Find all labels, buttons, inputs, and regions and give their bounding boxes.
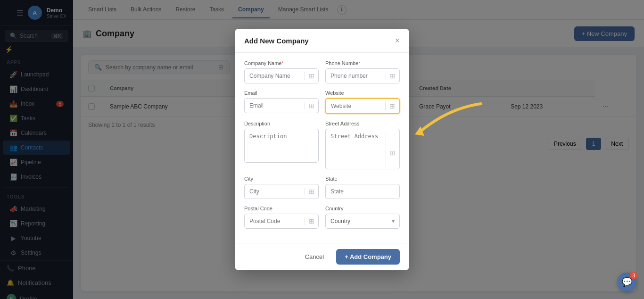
form-row-4: City ⊞ State <box>244 176 400 199</box>
phone-expand-icon[interactable]: ⊞ <box>386 72 399 80</box>
form-group-phone: Phone Number ⊞ <box>325 60 400 83</box>
email-input[interactable] <box>245 99 305 113</box>
state-label: State <box>325 176 400 182</box>
add-company-modal: Add New Company × Company Name* ⊞ Phone … <box>235 29 409 270</box>
city-input-wrap: ⊞ <box>244 184 319 199</box>
description-textarea[interactable] <box>245 129 318 162</box>
phone-label: Phone Number <box>325 60 400 66</box>
email-input-wrap: ⊞ <box>244 98 319 113</box>
country-select-wrap: Country United States Canada United King… <box>325 214 400 229</box>
modal-body: Company Name* ⊞ Phone Number ⊞ <box>235 53 409 243</box>
form-group-city: City ⊞ <box>244 176 319 199</box>
arrow-annotation <box>410 99 486 143</box>
country-label: Country <box>325 206 400 211</box>
company-name-input-wrap: ⊞ <box>244 68 319 83</box>
modal-close-button[interactable]: × <box>395 36 400 45</box>
postal-input[interactable] <box>245 214 305 228</box>
form-row-1: Company Name* ⊞ Phone Number ⊞ <box>244 60 400 83</box>
company-name-expand-icon[interactable]: ⊞ <box>305 72 318 80</box>
form-group-email: Email ⊞ <box>244 90 319 114</box>
street-input-wrap: ⊞ <box>325 129 400 169</box>
street-expand-icon[interactable]: ⊞ <box>386 133 399 169</box>
website-label: Website <box>325 90 400 96</box>
description-input-wrap <box>244 129 319 163</box>
city-expand-icon[interactable]: ⊞ <box>305 188 318 195</box>
postal-label: Postal Code <box>244 206 319 211</box>
state-input-wrap <box>325 184 400 199</box>
company-name-input[interactable] <box>245 69 305 83</box>
form-row-2: Email ⊞ Website ⊞ <box>244 90 400 114</box>
company-name-label: Company Name* <box>244 60 319 66</box>
postal-expand-icon[interactable]: ⊞ <box>305 217 318 225</box>
add-company-button[interactable]: + Add Company <box>336 249 400 265</box>
svg-marker-0 <box>415 126 424 136</box>
form-group-website: Website ⊞ <box>325 90 400 114</box>
phone-input-wrap: ⊞ <box>325 68 400 83</box>
chat-bubble-button[interactable]: 💬 3 <box>618 273 636 291</box>
website-input-wrap: ⊞ <box>325 98 400 114</box>
phone-input[interactable] <box>326 69 386 83</box>
form-group-company-name: Company Name* ⊞ <box>244 60 319 83</box>
cancel-button[interactable]: Cancel <box>297 249 331 264</box>
modal-footer: Cancel + Add Company <box>235 243 409 270</box>
website-expand-icon[interactable]: ⊞ <box>385 102 399 110</box>
street-label: Street Address <box>325 121 400 126</box>
postal-input-wrap: ⊞ <box>244 214 319 229</box>
form-row-5: Postal Code ⊞ Country Country United Sta… <box>244 206 400 229</box>
country-select[interactable]: Country United States Canada United King… <box>326 214 399 228</box>
form-group-postal: Postal Code ⊞ <box>244 206 319 229</box>
form-group-description: Description <box>244 121 319 169</box>
email-label: Email <box>244 90 319 96</box>
modal-header: Add New Company × <box>235 29 409 53</box>
form-group-country: Country Country United States Canada Uni… <box>325 206 400 229</box>
city-label: City <box>244 176 319 182</box>
chat-icon: 💬 <box>622 277 632 287</box>
description-label: Description <box>244 121 319 126</box>
state-input[interactable] <box>326 184 399 199</box>
city-input[interactable] <box>245 184 305 199</box>
chat-badge: 3 <box>630 272 637 279</box>
street-textarea[interactable] <box>326 129 386 162</box>
website-input[interactable] <box>326 99 385 113</box>
email-expand-icon[interactable]: ⊞ <box>305 102 318 109</box>
form-group-state: State <box>325 176 400 199</box>
modal-title: Add New Company <box>244 37 309 45</box>
form-row-3: Description Street Address ⊞ <box>244 121 400 169</box>
form-group-street: Street Address ⊞ <box>325 121 400 169</box>
modal-overlay: Add New Company × Company Name* ⊞ Phone … <box>0 0 644 299</box>
